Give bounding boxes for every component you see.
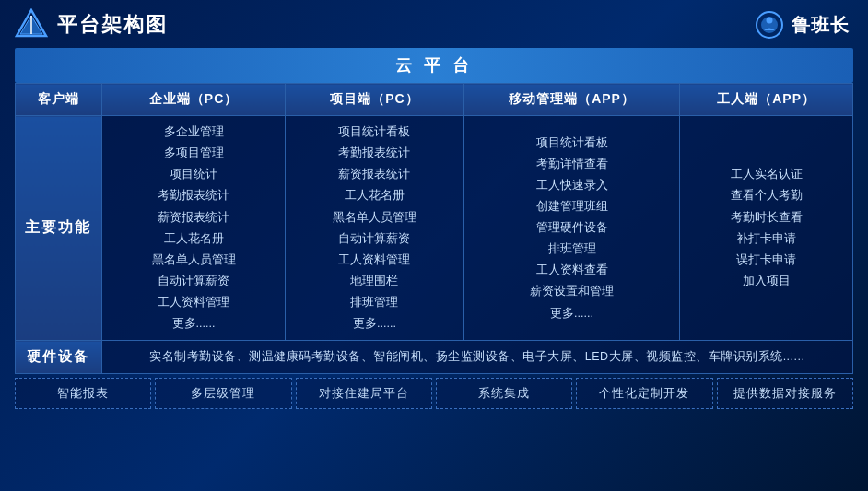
project-functions-cell: 项目统计看板 考勤报表统计 薪资报表统计 工人花名册 黑名单人员管理 自动计算薪… <box>286 116 464 341</box>
list-item: 工人快速录入 <box>468 175 676 196</box>
hardware-label: 硬件设备 <box>16 341 102 374</box>
feature-box-0: 智能报表 <box>15 378 151 409</box>
col-header-project: 项目端（PC） <box>286 84 464 116</box>
list-item: 工人资料管理 <box>106 292 281 313</box>
enterprise-functions-cell: 多企业管理 多项目管理 项目统计 考勤报表统计 薪资报表统计 工人花名册 黑名单… <box>101 116 285 341</box>
feature-box-3: 系统集成 <box>436 378 572 409</box>
platform-table: 客户端 企业端（PC） 项目端（PC） 移动管理端（APP） 工人端（APP） … <box>15 83 853 374</box>
list-item: 考勤详情查看 <box>468 154 676 175</box>
list-item: 项目统计 <box>106 164 281 185</box>
header-title: 平台架构图 <box>57 11 168 39</box>
list-item: 更多...... <box>468 303 676 324</box>
list-item: 工人资料管理 <box>289 250 460 271</box>
brand-logo: 鲁班长 <box>755 10 850 40</box>
list-item: 考勤报表统计 <box>106 185 281 206</box>
feature-box-1: 多层级管理 <box>155 378 291 409</box>
hardware-row: 硬件设备 实名制考勤设备、测温健康码考勤设备、智能闸机、扬尘监测设备、电子大屏、… <box>16 341 853 374</box>
cloud-platform-banner: 云 平 台 <box>15 48 853 83</box>
logo-icon <box>15 8 48 41</box>
list-item: 项目统计看板 <box>468 133 676 154</box>
hardware-content: 实名制考勤设备、测温健康码考勤设备、智能闸机、扬尘监测设备、电子大屏、LED大屏… <box>101 341 852 374</box>
feature-box-2: 对接住建局平台 <box>296 378 432 409</box>
list-item: 创建管理班组 <box>468 196 676 217</box>
header: 平台架构图 鲁班长 <box>0 0 868 48</box>
list-item: 多项目管理 <box>106 143 281 164</box>
list-item: 管理硬件设备 <box>468 217 676 239</box>
list-item: 工人实名认证 <box>684 164 849 185</box>
col-header-worker: 工人端（APP） <box>680 84 853 116</box>
col-header-mobile: 移动管理端（APP） <box>463 84 680 116</box>
brand-icon <box>755 10 784 40</box>
list-item: 多企业管理 <box>106 122 281 143</box>
list-item: 加入项目 <box>684 271 849 292</box>
feature-box-5: 提供数据对接服务 <box>717 378 853 409</box>
list-item: 自动计算薪资 <box>106 271 281 292</box>
list-item: 工人花名册 <box>106 228 281 250</box>
list-item: 补打卡申请 <box>684 228 849 250</box>
list-item: 黑名单人员管理 <box>289 207 460 228</box>
row-label-functions: 主要功能 <box>16 116 102 341</box>
features-row: 智能报表 多层级管理 对接住建局平台 系统集成 个性化定制开发 提供数据对接服务 <box>15 378 853 409</box>
list-item: 薪资报表统计 <box>106 207 281 228</box>
mobile-functions-cell: 项目统计看板 考勤详情查看 工人快速录入 创建管理班组 管理硬件设备 排班管理 … <box>463 116 680 341</box>
list-item: 考勤报表统计 <box>289 143 460 164</box>
col-header-client: 客户端 <box>16 84 102 116</box>
list-item: 工人花名册 <box>289 185 460 206</box>
list-item: 自动计算薪资 <box>289 228 460 250</box>
list-item: 更多...... <box>289 313 460 334</box>
brand-name: 鲁班长 <box>792 13 850 38</box>
list-item: 查看个人考勤 <box>684 185 849 206</box>
list-item: 薪资设置和管理 <box>468 281 676 302</box>
list-item: 排班管理 <box>289 292 460 313</box>
main-content: 云 平 台 客户端 企业端（PC） 项目端（PC） 移动管理端（APP） 工人端… <box>0 48 868 416</box>
list-item: 考勤时长查看 <box>684 207 849 228</box>
worker-functions-cell: 工人实名认证 查看个人考勤 考勤时长查看 补打卡申请 误打卡申请 加入项目 <box>680 116 853 341</box>
list-item: 更多...... <box>106 313 281 334</box>
main-functions-row: 主要功能 多企业管理 多项目管理 项目统计 考勤报表统计 薪资报表统计 工人花名… <box>16 116 853 341</box>
svg-point-5 <box>767 18 773 24</box>
list-item: 误打卡申请 <box>684 250 849 271</box>
header-left: 平台架构图 <box>15 8 168 41</box>
feature-box-4: 个性化定制开发 <box>576 378 712 409</box>
list-item: 薪资报表统计 <box>289 164 460 185</box>
list-item: 地理围栏 <box>289 271 460 292</box>
col-header-enterprise: 企业端（PC） <box>101 84 285 116</box>
list-item: 黑名单人员管理 <box>106 250 281 271</box>
list-item: 项目统计看板 <box>289 122 460 143</box>
list-item: 工人资料查看 <box>468 260 676 281</box>
list-item: 排班管理 <box>468 239 676 260</box>
column-headers-row: 客户端 企业端（PC） 项目端（PC） 移动管理端（APP） 工人端（APP） <box>16 84 853 116</box>
